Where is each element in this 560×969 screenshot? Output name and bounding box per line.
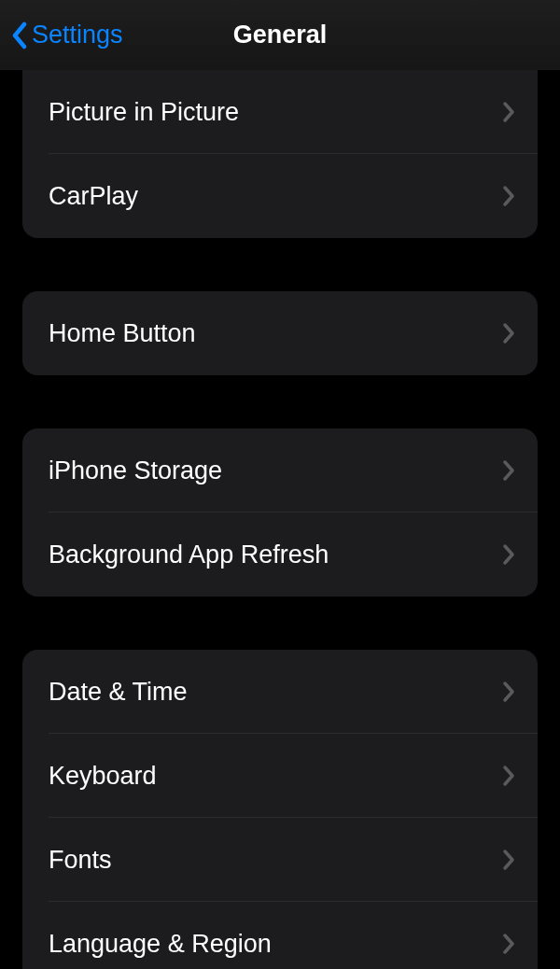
row-iphone-storage[interactable]: iPhone Storage — [22, 428, 538, 513]
row-label: Fonts — [49, 846, 112, 875]
chevron-right-icon — [502, 101, 515, 123]
chevron-right-icon — [502, 765, 515, 787]
chevron-left-icon — [11, 21, 28, 49]
back-label: Settings — [32, 21, 123, 49]
chevron-right-icon — [502, 543, 515, 566]
navbar: Settings General — [0, 0, 560, 70]
row-background-app-refresh[interactable]: Background App Refresh — [22, 513, 538, 597]
row-label: Keyboard — [49, 762, 157, 791]
row-keyboard[interactable]: Keyboard — [22, 734, 538, 818]
row-label: CarPlay — [49, 182, 138, 211]
chevron-right-icon — [502, 459, 515, 482]
chevron-right-icon — [502, 849, 515, 871]
row-label: Picture in Picture — [49, 98, 239, 127]
row-picture-in-picture[interactable]: Picture in Picture — [22, 70, 538, 154]
row-carplay[interactable]: CarPlay — [22, 154, 538, 238]
chevron-right-icon — [502, 322, 515, 344]
settings-group-3: Date & Time Keyboard Fonts Language & Re… — [22, 650, 538, 969]
row-home-button[interactable]: Home Button — [22, 291, 538, 375]
back-button[interactable]: Settings — [11, 21, 123, 49]
row-label: Background App Refresh — [49, 541, 329, 569]
row-language-region[interactable]: Language & Region — [22, 902, 538, 969]
settings-group-1: Home Button — [22, 291, 538, 375]
row-label: Language & Region — [49, 930, 272, 959]
row-label: iPhone Storage — [49, 456, 222, 485]
row-fonts[interactable]: Fonts — [22, 818, 538, 902]
content: Picture in Picture CarPlay Home Button i… — [0, 70, 560, 969]
row-date-time[interactable]: Date & Time — [22, 650, 538, 734]
chevron-right-icon — [502, 681, 515, 703]
chevron-right-icon — [502, 933, 515, 955]
row-label: Date & Time — [49, 678, 188, 707]
settings-group-2: iPhone Storage Background App Refresh — [22, 428, 538, 597]
page-title: General — [233, 21, 328, 49]
chevron-right-icon — [502, 185, 515, 207]
row-label: Home Button — [49, 319, 196, 348]
settings-group-0: Picture in Picture CarPlay — [22, 70, 538, 238]
